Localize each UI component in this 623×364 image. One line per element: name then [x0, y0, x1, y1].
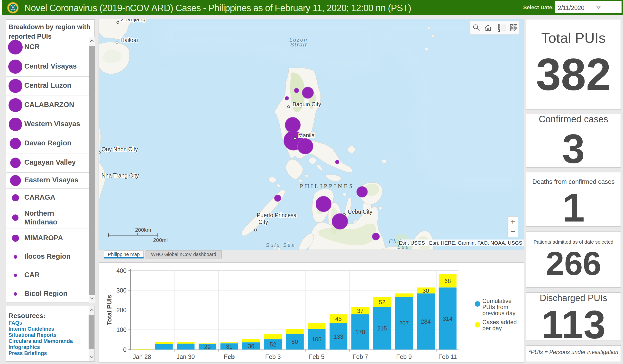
svg-text:Total PUIs: Total PUIs — [106, 295, 113, 325]
svg-text:80: 80 — [291, 339, 298, 345]
svg-text:31: 31 — [226, 343, 233, 350]
svg-text:200mi: 200mi — [153, 237, 168, 243]
svg-text:Cumulative: Cumulative — [482, 298, 512, 304]
svg-text:Sulu Sea: Sulu Sea — [266, 242, 295, 248]
svg-text:Nha Trang City: Nha Trang City — [101, 172, 139, 179]
svg-text:200km: 200km — [135, 227, 151, 233]
svg-text:178: 178 — [355, 329, 365, 335]
svg-text:Feb 11: Feb 11 — [438, 353, 457, 360]
svg-text:Manila: Manila — [298, 132, 315, 139]
svg-text:Jan 28: Jan 28 — [133, 353, 151, 360]
svg-text:Cebu City: Cebu City — [348, 209, 372, 215]
svg-text:Jan 30: Jan 30 — [177, 353, 195, 360]
svg-text:City: City — [258, 219, 268, 225]
svg-text:Baguio City: Baguio City — [292, 101, 321, 107]
svg-text:52: 52 — [270, 341, 276, 348]
svg-text:300: 300 — [116, 287, 127, 294]
svg-text:215: 215 — [377, 325, 387, 332]
svg-text:68: 68 — [444, 278, 451, 284]
svg-text:Puerto Princesa: Puerto Princesa — [257, 212, 297, 218]
svg-text:29: 29 — [204, 344, 211, 350]
svg-text:30: 30 — [423, 287, 429, 294]
svg-text:Zhanjiang: Zhanjiang — [121, 19, 146, 22]
svg-text:Feb 3: Feb 3 — [265, 353, 281, 360]
svg-text:PHILIPPINES: PHILIPPINES — [300, 183, 354, 189]
svg-text:314: 314 — [443, 315, 452, 322]
svg-text:37: 37 — [357, 308, 364, 314]
svg-text:Feb: Feb — [224, 353, 235, 360]
svg-text:0: 0 — [123, 346, 127, 353]
svg-text:284: 284 — [421, 318, 431, 325]
svg-text:Quy Nhon City: Quy Nhon City — [101, 146, 138, 152]
svg-text:45: 45 — [335, 316, 342, 322]
svg-text:per day: per day — [482, 325, 502, 331]
svg-text:Cases added: Cases added — [482, 319, 517, 325]
svg-text:36: 36 — [248, 343, 255, 349]
svg-text:Haikou: Haikou — [120, 37, 138, 43]
svg-text:previous day: previous day — [482, 310, 515, 316]
svg-text:Feb 9: Feb 9 — [396, 353, 412, 360]
svg-text:Strait: Strait — [290, 41, 307, 48]
svg-text:133: 133 — [334, 333, 343, 340]
svg-text:267: 267 — [399, 320, 409, 326]
svg-text:400: 400 — [116, 267, 127, 274]
svg-text:100: 100 — [116, 326, 127, 333]
svg-text:PUIs from: PUIs from — [482, 304, 508, 310]
svg-text:Feb 5: Feb 5 — [309, 353, 324, 360]
svg-text:200: 200 — [116, 307, 127, 313]
svg-text:Feb 7: Feb 7 — [353, 353, 368, 360]
svg-text:52: 52 — [379, 299, 385, 305]
svg-text:105: 105 — [312, 336, 321, 343]
